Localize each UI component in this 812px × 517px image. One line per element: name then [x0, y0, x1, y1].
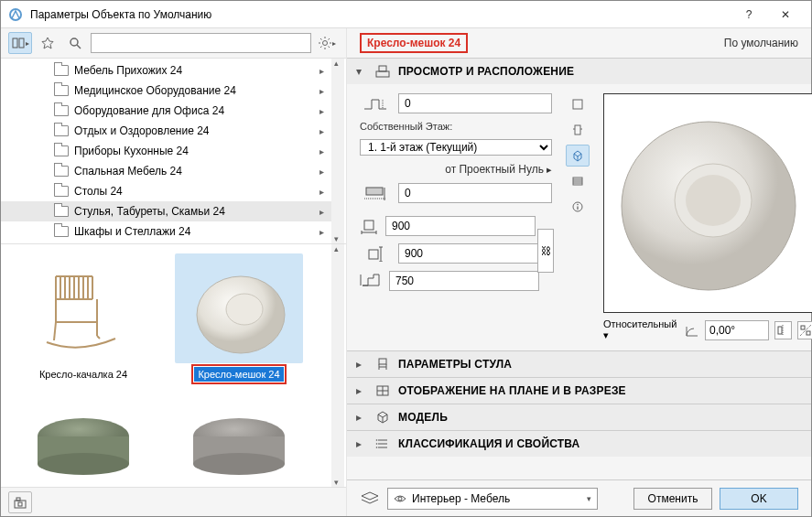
default-link[interactable]: По умолчанию	[724, 37, 798, 49]
folder-icon	[54, 85, 69, 96]
preview-3d[interactable]	[603, 93, 812, 313]
panel-title: МОДЕЛЬ	[398, 411, 448, 424]
top-elevation-input[interactable]	[398, 93, 552, 113]
folder-icon	[54, 206, 69, 217]
folder-label: Медицинское Оборудование 24	[74, 84, 236, 97]
thumbnail-grid[interactable]: Кресло-качалка 24Кресло-мешок 24	[1, 244, 346, 487]
view-3d-button[interactable]	[566, 145, 590, 167]
svg-point-24	[226, 294, 263, 325]
view-elevation-button[interactable]	[566, 119, 590, 141]
ok-button[interactable]: OK	[720, 488, 798, 510]
folder-icon	[54, 145, 69, 156]
cube-icon	[374, 410, 391, 425]
dim-y-input[interactable]	[398, 243, 552, 264]
rotation-input[interactable]	[705, 320, 769, 340]
project-zero-label: от Проектный Нуль ▸	[360, 163, 552, 176]
close-button[interactable]: ✕	[767, 1, 804, 28]
content-area: ▸ ▸ Мебель Прихожих 24▸Медицинское Обору…	[1, 28, 811, 516]
folder-tree[interactable]: Мебель Прихожих 24▸Медицинское Оборудова…	[1, 58, 346, 244]
panel-head[interactable]: ▸ПАРАМЕТРЫ СТУЛА	[347, 351, 811, 377]
folder-icon	[54, 186, 69, 197]
folder-row[interactable]: Шкафы и Стеллажи 24▸	[1, 221, 331, 242]
right-header: Кресло-мешок 24 По умолчанию	[347, 28, 811, 58]
mirror-x-button[interactable]	[774, 321, 792, 339]
folder-row[interactable]: Столы 24▸	[1, 181, 331, 201]
chevron-right-icon: ▸	[319, 126, 324, 136]
plan-icon	[374, 383, 391, 398]
link-dimensions-button[interactable]: ⛓	[537, 229, 554, 273]
favorite-button[interactable]	[36, 32, 60, 54]
chevron-right-icon: ▸	[319, 207, 324, 217]
panel-preview-position: ▾ ПРОСМОТР И РАСПОЛОЖЕНИЕ	[347, 58, 811, 350]
svg-rect-1	[13, 38, 17, 48]
view-info-button[interactable]	[566, 196, 590, 218]
svg-line-12	[320, 47, 322, 48]
panel-head-preview[interactable]: ▾ ПРОСМОТР И РАСПОЛОЖЕНИЕ	[347, 59, 811, 84]
bottom-elevation-input[interactable]	[398, 183, 552, 203]
folder-label: Спальная Мебель 24	[74, 165, 182, 178]
library-manager-button[interactable]	[8, 491, 32, 513]
mirror-xy-button[interactable]	[797, 321, 812, 339]
object-name: Кресло-мешок 24	[360, 33, 468, 53]
folder-row[interactable]: Отдых и Оздоровление 24▸	[1, 121, 331, 141]
folder-row[interactable]: Приборы Кухонные 24▸	[1, 141, 331, 161]
chevron-right-icon: ▸	[356, 384, 367, 397]
chevron-right-icon: ▸	[319, 187, 324, 197]
panel-title: КЛАССИФИКАЦИЯ И СВОЙСТВА	[398, 437, 579, 450]
left-pane: ▸ ▸ Мебель Прихожих 24▸Медицинское Обору…	[1, 28, 347, 516]
view-preview-button[interactable]	[566, 170, 590, 192]
search-input[interactable]	[91, 33, 311, 53]
dim-z-input[interactable]	[389, 271, 539, 291]
chevron-down-icon: ▾	[587, 494, 591, 503]
panel-head[interactable]: ▸МОДЕЛЬ	[347, 404, 811, 430]
layer-combo[interactable]: Интерьер - Мебель ▾	[387, 488, 598, 510]
svg-point-5	[323, 41, 328, 46]
dim-x-input[interactable]	[385, 216, 536, 236]
thumbnail-item[interactable]	[10, 391, 157, 487]
panel-title: ПАРАМЕТРЫ СТУЛА	[398, 358, 512, 371]
svg-point-89	[398, 497, 402, 501]
thumbnail-item[interactable]	[166, 391, 312, 487]
folder-row[interactable]: Медицинское Оборудование 24▸	[1, 81, 331, 101]
left-footer	[1, 487, 346, 516]
thumbs-scrollbar[interactable]	[331, 244, 344, 487]
folder-label: Столы 24	[74, 185, 123, 198]
bottom-elevation-icon	[360, 183, 391, 203]
settings-button[interactable]: ▸	[315, 32, 339, 54]
svg-rect-68	[778, 327, 782, 334]
folder-row[interactable]: Стулья, Табуреты, Скамьи 24▸	[1, 201, 331, 221]
cancel-button[interactable]: Отменить	[633, 488, 712, 510]
panel-head[interactable]: ▸ОТОБРАЖЕНИЕ НА ПЛАНЕ И В РАЗРЕЗЕ	[347, 378, 811, 404]
folder-row[interactable]: Мебель Прихожих 24▸	[1, 60, 331, 81]
folder-icon	[54, 226, 69, 237]
svg-line-4	[77, 45, 81, 48]
view-mode-buttons	[561, 93, 594, 218]
panel-title: ОТОБРАЖЕНИЕ НА ПЛАНЕ И В РАЗРЕЗЕ	[398, 384, 626, 397]
help-button[interactable]: ?	[731, 1, 767, 28]
folder-icon	[54, 166, 69, 177]
folder-row[interactable]: Оборудование для Офиса 24▸	[1, 101, 331, 121]
thumbnail-image	[175, 253, 303, 363]
thumbnail-item[interactable]: Кресло-качалка 24	[10, 253, 157, 382]
eye-icon	[394, 493, 406, 504]
folder-label: Стулья, Табуреты, Скамьи 24	[74, 205, 225, 218]
view-symbol-button[interactable]	[566, 93, 590, 115]
folder-row[interactable]: Спальная Мебель 24▸	[1, 161, 331, 181]
chevron-right-icon: ▸	[319, 86, 324, 96]
home-story-select[interactable]: 1. 1-й этаж (Текущий)	[360, 139, 552, 156]
thumbnail-image	[19, 253, 147, 363]
depth-icon	[360, 243, 391, 264]
chevron-down-icon: ▾	[356, 65, 367, 78]
search-button[interactable]	[63, 32, 87, 54]
svg-rect-31	[15, 501, 26, 508]
thumbnail-image	[19, 391, 147, 487]
panel-head[interactable]: ▸КЛАССИФИКАЦИЯ И СВОЙСТВА	[347, 431, 811, 457]
thumbnail-item[interactable]: Кресло-мешок 24	[166, 253, 312, 382]
library-view-button[interactable]: ▸	[8, 32, 32, 54]
right-pane: Кресло-мешок 24 По умолчанию ▾ ПРОСМОТР …	[347, 28, 811, 516]
svg-line-80	[378, 415, 383, 417]
svg-rect-2	[19, 38, 24, 48]
thumbnail-image	[175, 391, 303, 487]
tree-scrollbar[interactable]	[331, 59, 344, 243]
folder-label: Шкафы и Стеллажи 24	[74, 225, 190, 238]
